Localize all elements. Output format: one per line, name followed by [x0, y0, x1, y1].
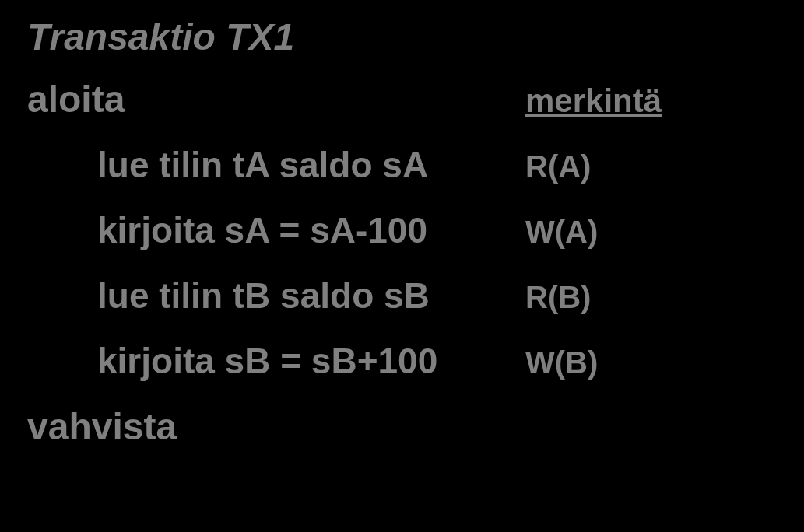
end-keyword: vahvista — [27, 405, 777, 448]
step-notation: W(B) — [525, 345, 598, 380]
step-text: kirjoita sB = sB+100 — [97, 340, 525, 382]
step-row: kirjoita sA = sA-100 W(A) — [27, 209, 777, 251]
step-row: kirjoita sB = sB+100 W(B) — [27, 340, 777, 382]
step-notation: R(A) — [525, 149, 591, 184]
step-row: lue tilin tA saldo sA R(A) — [27, 144, 777, 186]
step-row: lue tilin tB saldo sB R(B) — [27, 275, 777, 317]
step-text: lue tilin tA saldo sA — [97, 144, 525, 186]
header-row: aloita merkintä — [27, 78, 777, 121]
step-text: kirjoita sA = sA-100 — [97, 209, 525, 251]
step-text: lue tilin tB saldo sB — [97, 275, 525, 317]
transaction-title: Transaktio TX1 — [27, 16, 777, 58]
step-notation: W(A) — [525, 215, 598, 250]
step-notation: R(B) — [525, 280, 591, 315]
begin-keyword: aloita — [27, 78, 525, 121]
notation-header: merkintä — [525, 82, 662, 120]
